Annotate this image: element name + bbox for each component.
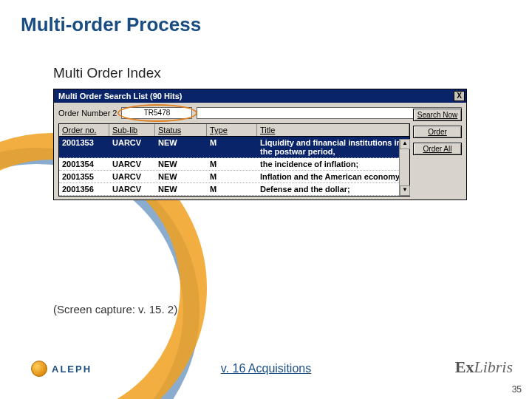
table-row[interactable]: 2001354UARCVNEWMthe incidence of inflati… xyxy=(59,158,409,171)
aleph-text: ALEPH xyxy=(52,364,92,375)
table-row[interactable]: 2001353UARCVNEWMLiquidity and financial … xyxy=(59,137,409,158)
cell-status: NEW xyxy=(155,158,207,170)
cell-status: NEW xyxy=(155,171,207,183)
cell-order-no: 2001354 xyxy=(59,158,109,170)
search-label: Order Number 2 xyxy=(58,109,117,117)
cell-sub-lib: UARCV xyxy=(109,158,155,170)
col-sub-lib[interactable]: Sub-lib xyxy=(109,124,155,136)
search-now-button[interactable]: Search Now xyxy=(413,109,462,121)
close-button[interactable]: X xyxy=(454,91,465,101)
search-value: TR5478 xyxy=(144,109,171,117)
action-buttons: Search Now Order Order All xyxy=(413,109,462,155)
cell-type: M xyxy=(207,158,257,170)
scroll-up-button[interactable]: ▲ xyxy=(400,139,410,149)
order-all-button[interactable]: Order All xyxy=(413,143,462,155)
search-input[interactable]: TR5478 xyxy=(121,107,192,119)
cell-status: NEW xyxy=(155,183,207,195)
cell-order-no: 2001355 xyxy=(59,171,109,183)
col-status[interactable]: Status xyxy=(155,124,207,136)
cell-order-no: 2001353 xyxy=(59,137,109,157)
cell-title: Liquidity and financial institutions in … xyxy=(257,137,409,157)
screenshot-caption: (Screen capture: v. 15. 2) xyxy=(53,303,177,316)
exlibris-prefix: Ex xyxy=(455,358,474,376)
window-titlebar: Multi Order Search List (90 Hits) X xyxy=(54,89,466,103)
cell-order-no: 2001356 xyxy=(59,183,109,195)
col-type[interactable]: Type xyxy=(207,124,257,136)
table-row[interactable]: 2001355UARCVNEWMInflation and the Americ… xyxy=(59,171,409,183)
cell-sub-lib: UARCV xyxy=(109,137,155,157)
order-button[interactable]: Order xyxy=(413,126,462,138)
cell-title: Defense and the dollar; xyxy=(257,183,409,195)
cell-title: Inflation and the American economy, xyxy=(257,171,409,183)
results-table: Order no. Sub-lib Status Type Title 2001… xyxy=(58,123,410,197)
slide-subtitle: Multi Order Index xyxy=(53,65,161,81)
col-order-no[interactable]: Order no. xyxy=(59,124,109,136)
scrollbar[interactable]: ▲ ▼ xyxy=(399,139,409,196)
exlibris-suffix: Libris xyxy=(474,358,513,376)
footer-right-logo: ExLibris xyxy=(455,358,513,377)
table-header-row: Order no. Sub-lib Status Type Title xyxy=(59,124,409,137)
slide-number: 35 xyxy=(512,384,522,395)
cell-type: M xyxy=(207,171,257,183)
cell-type: M xyxy=(207,137,257,157)
search-row: Order Number 2 TR5478 xyxy=(54,103,466,122)
aleph-icon xyxy=(31,361,47,377)
cell-title: the incidence of inflation; xyxy=(257,158,409,170)
cell-status: NEW xyxy=(155,137,207,157)
table-row[interactable]: 2001356UARCVNEWMDefense and the dollar; xyxy=(59,183,409,196)
cell-sub-lib: UARCV xyxy=(109,171,155,183)
col-title[interactable]: Title xyxy=(257,124,409,136)
footer-left-logo: ALEPH xyxy=(31,361,92,377)
app-window: Multi Order Search List (90 Hits) X Orde… xyxy=(53,89,467,200)
slide-title: Multi-order Process xyxy=(21,13,201,36)
window-title: Multi Order Search List (90 Hits) xyxy=(58,92,182,100)
cell-type: M xyxy=(207,183,257,195)
scroll-down-button[interactable]: ▼ xyxy=(400,185,410,196)
cell-sub-lib: UARCV xyxy=(109,183,155,195)
